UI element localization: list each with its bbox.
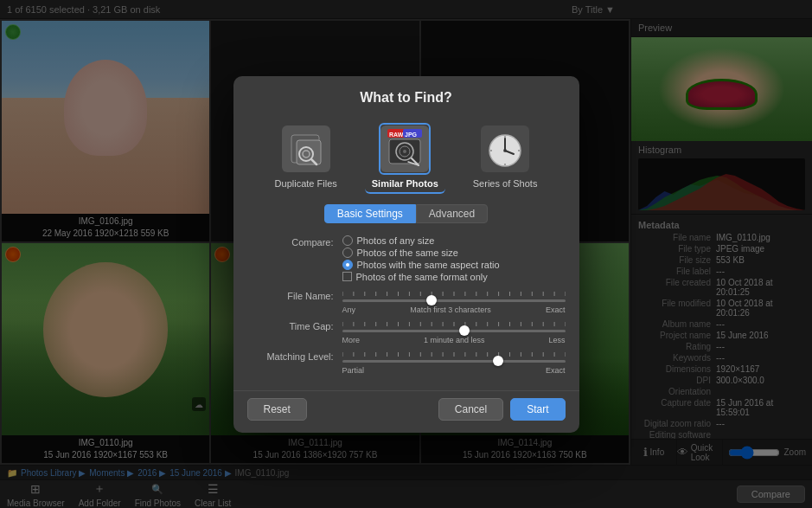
modal-overlay: What to Find? (0, 0, 812, 508)
file-name-label: File Name: (247, 289, 342, 301)
modal-tabs: Basic Settings Advanced (233, 204, 579, 232)
similar-photos-option[interactable]: RAW JPG (365, 119, 445, 194)
series-of-shots-label: Series of Shots (473, 178, 538, 189)
compare-label: Compare: (247, 235, 342, 248)
compare-option-2-label: Photos with the same aspect ratio (357, 260, 500, 270)
compare-option-1[interactable]: Photos of the same size (342, 248, 566, 258)
file-name-slider-container: Any Match first 3 characters Exact (342, 289, 566, 314)
matching-level-left: Partial (342, 366, 365, 375)
compare-option-3[interactable]: Photos of the same format only (342, 272, 566, 282)
radio-same-aspect[interactable] (342, 260, 353, 270)
slider-thumb[interactable] (493, 356, 503, 366)
file-name-left: Any (342, 305, 356, 314)
start-button[interactable]: Start (510, 398, 565, 421)
time-gap-row: Time Gap: More 1 minute and less Less (247, 319, 566, 344)
checkbox-same-format[interactable] (342, 272, 352, 281)
what-to-find-modal: What to Find? (233, 76, 579, 433)
file-name-right: Exact (546, 305, 566, 314)
compare-option-0[interactable]: Photos of any size (342, 235, 566, 246)
file-name-center: Match first 3 characters (410, 305, 491, 314)
series-of-shots-icon-box (479, 123, 531, 175)
slider-track (342, 299, 566, 302)
time-gap-labels: More 1 minute and less Less (342, 336, 566, 344)
modal-icon-choices: Duplicate Files RAW JPG (233, 113, 579, 204)
basic-settings-tab[interactable]: Basic Settings (324, 204, 416, 223)
compare-option-1-label: Photos of the same size (357, 248, 458, 258)
svg-text:RAW: RAW (389, 132, 404, 138)
cancel-button[interactable]: Cancel (438, 398, 503, 421)
modal-title: What to Find? (233, 76, 579, 113)
modal-body: Compare: Photos of any size Photos of th… (233, 232, 579, 390)
compare-options: Photos of any size Photos of the same si… (342, 235, 566, 284)
matching-level-labels: Partial Exact (342, 366, 566, 375)
series-of-shots-icon (481, 125, 529, 172)
svg-point-12 (403, 150, 406, 153)
modal-footer: Reset Cancel Start (233, 390, 579, 433)
modal-action-buttons: Cancel Start (438, 398, 566, 421)
duplicate-files-label: Duplicate Files (275, 178, 337, 189)
reset-button[interactable]: Reset (247, 398, 307, 421)
slider-thumb[interactable] (426, 295, 437, 305)
matching-level-row: Matching Level: Partial Exact (247, 350, 566, 375)
radio-any-size[interactable] (342, 235, 353, 246)
advanced-tab[interactable]: Advanced (416, 204, 488, 223)
slider-track (342, 330, 566, 332)
series-of-shots-option[interactable]: Series of Shots (466, 119, 545, 194)
similar-photos-label: Similar Photos (372, 178, 438, 189)
compare-option-3-label: Photos of the same format only (356, 272, 488, 282)
file-name-labels: Any Match first 3 characters Exact (342, 305, 566, 314)
compare-option-2[interactable]: Photos with the same aspect ratio (342, 260, 566, 270)
matching-level-slider[interactable] (342, 360, 566, 363)
compare-row: Compare: Photos of any size Photos of th… (247, 235, 566, 284)
file-name-ticks (342, 289, 566, 296)
file-name-row: File Name: Any Matc (247, 289, 566, 314)
matching-level-right: Exact (546, 366, 566, 375)
time-gap-slider[interactable] (342, 330, 566, 332)
radio-same-size[interactable] (342, 248, 353, 258)
matching-level-slider-container: Partial Exact (342, 350, 566, 375)
slider-track (342, 360, 566, 363)
matching-level-label: Matching Level: (247, 350, 342, 362)
time-gap-slider-container: More 1 minute and less Less (342, 319, 566, 344)
similar-photos-icon-box: RAW JPG (379, 123, 431, 175)
time-gap-label: Time Gap: (247, 319, 342, 331)
duplicate-files-option[interactable]: Duplicate Files (268, 119, 344, 194)
duplicate-files-icon-box (280, 123, 332, 175)
file-name-slider[interactable] (342, 299, 566, 302)
duplicate-files-icon (282, 125, 330, 172)
compare-option-0-label: Photos of any size (357, 235, 435, 246)
slider-thumb[interactable] (459, 325, 470, 336)
time-gap-right: Less (548, 336, 565, 344)
svg-text:JPG: JPG (405, 132, 418, 138)
time-gap-left: More (342, 336, 361, 344)
similar-photos-icon: RAW JPG (380, 125, 429, 172)
time-gap-center: 1 minute and less (424, 336, 485, 344)
